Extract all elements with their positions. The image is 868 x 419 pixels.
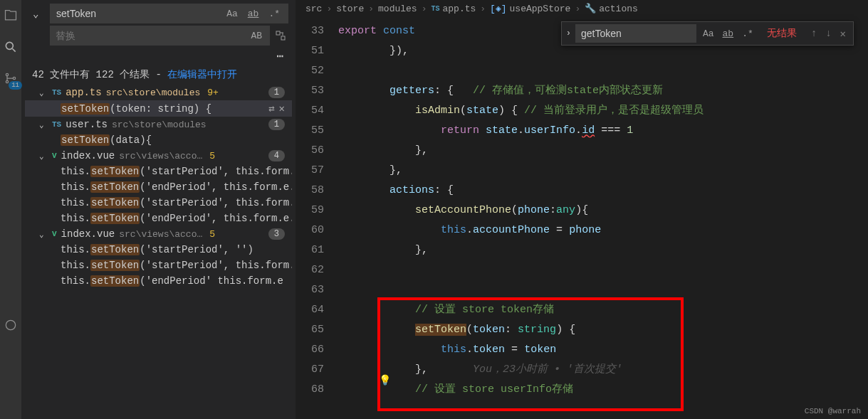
replace-all-icon[interactable] xyxy=(273,28,288,43)
search-result-match[interactable]: setToken(token: string) {⇄✕ xyxy=(25,100,292,117)
search-result-match[interactable]: this.setToken('startPeriod', '') xyxy=(25,242,292,258)
breadcrumbs[interactable]: src›store›modules›TS app.ts›[◈] useAppSt… xyxy=(296,0,868,17)
find-expand-icon[interactable]: › xyxy=(562,28,575,38)
breadcrumb-item[interactable]: [◈] useAppStore xyxy=(490,3,570,14)
find-case-toggle[interactable]: Aa xyxy=(701,28,716,40)
watermark: CSDN @warrah xyxy=(805,407,861,415)
svg-point-3 xyxy=(6,80,8,83)
modified-badge: 5 xyxy=(209,229,215,240)
match-case-toggle[interactable]: Aa xyxy=(224,8,240,20)
file-name: app.ts xyxy=(66,87,101,98)
svg-rect-7 xyxy=(281,36,285,40)
find-next-icon[interactable]: ↓ xyxy=(822,26,834,41)
search-result-match[interactable]: this.setToken('endPeriod', this.form.e..… xyxy=(25,179,292,195)
find-regex-toggle[interactable]: .* xyxy=(740,28,755,40)
find-word-toggle[interactable]: ab xyxy=(721,28,736,40)
match-count-badge: 1 xyxy=(268,87,285,98)
replace-input[interactable] xyxy=(56,30,249,41)
search-result-match[interactable]: this.setToken('startPeriod', this.form..… xyxy=(25,164,292,179)
search-result-match[interactable]: this.setToken('startPeriod', this.form..… xyxy=(25,195,292,211)
dismiss-match-icon[interactable]: ✕ xyxy=(279,102,285,115)
breadcrumb-item[interactable]: 🔧 actions xyxy=(585,3,638,14)
chevron-down-icon[interactable]: ⌄ xyxy=(39,120,48,129)
file-path: src\store\modules xyxy=(112,120,206,130)
svg-point-5 xyxy=(6,320,15,329)
breadcrumb-item[interactable]: modules xyxy=(378,4,417,14)
ts-file-icon: TS xyxy=(52,120,61,129)
file-name: index.vue xyxy=(61,228,115,240)
file-name: index.vue xyxy=(61,150,115,161)
search-result-match[interactable]: this.setToken('endPeriod', this.form.e..… xyxy=(25,211,292,226)
modified-badge: 9+ xyxy=(207,87,219,98)
search-icon[interactable] xyxy=(2,38,19,55)
ts-file-icon: TS xyxy=(52,88,61,97)
match-count-badge: 4 xyxy=(268,150,285,161)
search-result-match[interactable]: setToken(data){ xyxy=(25,132,292,148)
code-content[interactable]: export const }), getters: { // 存储值，可检测st… xyxy=(338,21,868,419)
svg-point-2 xyxy=(6,73,8,75)
vue-file-icon: V xyxy=(52,152,57,160)
source-control-icon[interactable]: 11 xyxy=(2,70,19,87)
chevron-down-icon[interactable]: ⌄ xyxy=(39,152,48,161)
svg-point-4 xyxy=(13,77,15,79)
search-results-tree: ⌄ TS app.ts src\store\modules 9+ 1setTok… xyxy=(25,85,292,419)
modified-badge: 5 xyxy=(209,151,215,161)
breadcrumb-item[interactable]: store xyxy=(336,4,364,14)
search-summary: 42 文件中有 122 个结果 - 在编辑器中打开 xyxy=(25,65,292,85)
explorer-icon[interactable] xyxy=(2,7,19,24)
search-result-file[interactable]: ⌄ TS user.ts src\store\modules 1 xyxy=(25,117,292,132)
svg-point-0 xyxy=(6,42,13,49)
scm-badge: 11 xyxy=(9,81,22,90)
match-word-toggle[interactable]: ab xyxy=(246,8,261,20)
match-count-badge: 1 xyxy=(268,119,285,130)
search-result-file[interactable]: ⌄ TS app.ts src\store\modules 9+ 1 xyxy=(25,85,292,100)
search-input-box: ⌄ Aa ab .* xyxy=(50,4,288,23)
find-input[interactable] xyxy=(575,24,696,43)
file-path: src\views\acco… xyxy=(119,151,202,161)
breadcrumb-item[interactable]: src xyxy=(305,4,322,14)
search-result-file[interactable]: ⌄ V index.vue src\views\acco… 5 3 xyxy=(25,226,292,242)
search-input[interactable] xyxy=(56,8,224,19)
breadcrumb-item[interactable]: TS app.ts xyxy=(431,4,476,14)
replace-match-icon[interactable]: ⇄ xyxy=(268,102,274,115)
search-sidebar: ⌄ Aa ab .* AB ⋯ 42 文件中有 122 个结果 - 在编辑器中打… xyxy=(21,0,296,419)
file-path: src\store\modules xyxy=(106,87,201,98)
file-name: user.ts xyxy=(66,119,108,130)
search-result-match[interactable]: this.setToken('endPeriod' this.form.e xyxy=(25,273,292,289)
search-collapse-icon[interactable]: ⌄ xyxy=(33,8,38,20)
find-prev-icon[interactable]: ↑ xyxy=(808,26,820,41)
match-count-badge: 3 xyxy=(268,228,285,240)
editor-pane: src›store›modules›TS app.ts›[◈] useAppSt… xyxy=(296,0,868,419)
regex-toggle[interactable]: .* xyxy=(266,8,282,20)
find-result-count: 无结果 xyxy=(760,27,804,40)
find-widget: › Aa ab .* 无结果 ↑ ↓ ✕ xyxy=(561,21,854,46)
remote-icon[interactable] xyxy=(2,317,19,334)
chevron-down-icon[interactable]: ⌄ xyxy=(39,230,48,239)
open-in-editor-link[interactable]: 在编辑器中打开 xyxy=(167,69,237,80)
chevron-down-icon[interactable]: ⌄ xyxy=(39,88,48,97)
preserve-case-toggle[interactable]: AB xyxy=(249,30,264,42)
search-result-match[interactable]: this.setToken('startPeriod', this.form..… xyxy=(25,258,292,273)
search-result-file[interactable]: ⌄ V index.vue src\views\acco… 5 4 xyxy=(25,148,292,164)
find-close-icon[interactable]: ✕ xyxy=(837,26,849,41)
search-more-icon[interactable]: ⋯ xyxy=(25,48,292,65)
svg-line-1 xyxy=(13,49,16,52)
svg-rect-6 xyxy=(276,31,280,35)
line-gutter: 33515253545556575859606162636465666768 xyxy=(296,21,338,419)
file-path: src\views\acco… xyxy=(119,229,202,240)
lightbulb-icon[interactable]: 💡 xyxy=(379,374,391,386)
vue-file-icon: V xyxy=(52,230,57,238)
